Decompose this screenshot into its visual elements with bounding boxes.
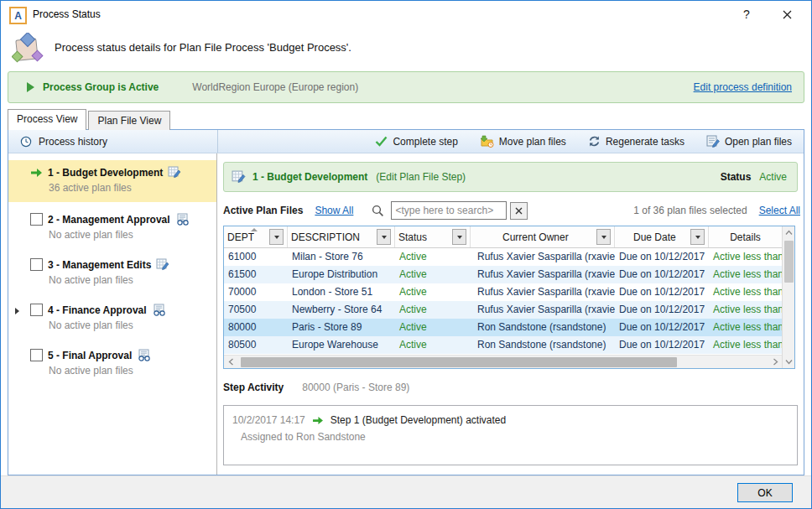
- filter-dropdown-status[interactable]: [452, 229, 466, 245]
- chevron-down-icon: [695, 236, 700, 239]
- close-button[interactable]: [774, 4, 799, 24]
- active-plan-files-label: Active Plan Files: [223, 205, 303, 216]
- cell-due-date: Due on 10/12/2017: [615, 301, 709, 319]
- activity-detail: Assigned to Ron Sandstone: [241, 431, 797, 443]
- cell-due-date: Due on 10/12/2017: [615, 266, 709, 283]
- filter-dropdown-due-date[interactable]: [690, 229, 705, 245]
- table-row[interactable]: 61000 Milan - Store 76 Active Rufus Xavi…: [224, 248, 782, 266]
- column-header-description[interactable]: DESCRIPTION: [288, 226, 395, 247]
- horizontal-scroll-thumb[interactable]: [241, 357, 677, 367]
- move-plan-files-button[interactable]: Move plan files: [480, 135, 566, 148]
- step-title: 4 - Finance Approval: [48, 304, 147, 316]
- select-all-link[interactable]: Select All: [759, 205, 800, 216]
- status-value: Active: [759, 171, 787, 183]
- table-row[interactable]: 80500 Europe Warehouse Active Ron Sandst…: [224, 336, 782, 354]
- expander-icon[interactable]: [15, 308, 19, 314]
- sort-asc-icon: [251, 228, 258, 231]
- open-plan-files-button[interactable]: Open plan files: [706, 135, 792, 148]
- edit-step-icon: [156, 258, 169, 271]
- horizontal-scrollbar[interactable]: [224, 355, 782, 368]
- table-body: 61000 Milan - Store 76 Active Rufus Xavi…: [224, 248, 782, 355]
- chevron-down-icon: [457, 236, 462, 239]
- cell-status: Active: [395, 248, 471, 266]
- complete-step-button[interactable]: Complete step: [375, 135, 457, 148]
- edit-process-definition-link[interactable]: Edit process definition: [694, 81, 792, 93]
- cell-description: Europe Warehouse: [288, 336, 395, 354]
- vertical-scrollbar[interactable]: [782, 226, 794, 368]
- cell-status: Active: [395, 319, 471, 336]
- play-icon: [27, 82, 34, 92]
- step-checkbox[interactable]: [30, 213, 43, 226]
- move-files-icon: [480, 135, 494, 148]
- clock-icon: [20, 136, 32, 148]
- vertical-scroll-thumb[interactable]: [784, 241, 794, 283]
- table-row-selected[interactable]: 80000 Paris - Store 89 Active Ron Sandst…: [224, 319, 782, 336]
- help-button[interactable]: ?: [734, 4, 759, 24]
- column-header-owner[interactable]: Current Owner: [471, 226, 615, 247]
- filter-dropdown-dept[interactable]: [269, 229, 284, 245]
- step-title: 2 - Management Approval: [48, 214, 170, 226]
- close-icon: [783, 10, 792, 19]
- scroll-right-arrow[interactable]: [768, 356, 782, 369]
- step-activity-header: Step Activity 80000 (Paris - Store 89): [223, 382, 409, 393]
- dialog-subtitle: Process status details for Plan File Pro…: [55, 41, 351, 54]
- green-arrow-icon: [312, 416, 324, 425]
- clear-search-button[interactable]: [510, 202, 528, 220]
- step-detail-panel: 1 - Budget Development (Edit Plan File S…: [217, 153, 804, 475]
- cell-due-date: Due on 10/12/2017: [615, 283, 709, 301]
- activity-text: Step 1 (Budget Development) activated: [331, 414, 506, 426]
- cell-description: Paris - Store 89: [288, 319, 395, 336]
- cell-description: London - Store 51: [288, 283, 395, 301]
- step-title: 1 - Budget Development: [48, 167, 163, 179]
- column-header-status[interactable]: Status: [395, 226, 471, 247]
- column-header-dept[interactable]: DEPT: [224, 226, 288, 247]
- step-title: 5 - Final Approval: [48, 350, 132, 361]
- current-step-title: 1 - Budget Development: [252, 171, 367, 183]
- process-history-label: Process history: [39, 136, 107, 148]
- chevron-down-icon: [274, 236, 279, 239]
- cell-dept: 70500: [224, 301, 288, 319]
- step-subtitle: No active plan files: [49, 274, 211, 286]
- search-input[interactable]: [391, 201, 507, 220]
- step-item-3[interactable]: 3 - Management Edits No active plan file…: [8, 252, 216, 293]
- process-history-header: Process history: [8, 130, 218, 153]
- cell-dept: 80000: [224, 319, 288, 336]
- current-step-type: (Edit Plan File Step): [376, 171, 466, 183]
- app-icon: A: [9, 7, 27, 24]
- tab-process-view[interactable]: Process View: [8, 109, 86, 130]
- tab-plan-file-view[interactable]: Plan File View: [88, 111, 170, 130]
- process-steps-panel: 1 - Budget Development 36 active plan fi…: [8, 153, 217, 475]
- cell-description: Europe Distribution: [288, 266, 395, 283]
- chevron-down-icon: [382, 236, 387, 239]
- cell-status: Active: [395, 301, 471, 319]
- step-checkbox[interactable]: [30, 304, 43, 316]
- step-item-5[interactable]: 5 - Final Approval No active plan files: [8, 343, 216, 383]
- step-subtitle: No active plan files: [49, 365, 211, 377]
- filter-dropdown-description[interactable]: [377, 229, 391, 245]
- scroll-down-arrow[interactable]: [783, 356, 795, 368]
- activity-entry: 10/2/2017 14:17 Step 1 (Budget Developme…: [232, 414, 797, 426]
- cell-dept: 70000: [224, 283, 288, 301]
- table-header-row: DEPT DESCRIPTION Status: [224, 226, 782, 248]
- table-row[interactable]: 70000 London - Store 51 Active Rufus Xav…: [224, 283, 782, 301]
- step-checkbox[interactable]: [30, 258, 43, 271]
- cell-owner: Rufus Xavier Sasparilla (rxavier): [471, 248, 615, 266]
- step-item-4[interactable]: 4 - Finance Approval No active plan file…: [8, 298, 216, 338]
- table-row[interactable]: 61500 Europe Distribution Active Rufus X…: [224, 266, 782, 283]
- cell-dept: 61500: [224, 266, 288, 283]
- filter-dropdown-owner[interactable]: [596, 229, 611, 245]
- column-header-details[interactable]: Details: [709, 226, 782, 247]
- scroll-up-arrow[interactable]: [783, 226, 795, 239]
- column-header-due-date[interactable]: Due Date: [615, 226, 709, 247]
- show-all-link[interactable]: Show All: [315, 205, 353, 216]
- ok-button[interactable]: OK: [737, 483, 793, 502]
- step-checkbox[interactable]: [30, 349, 43, 361]
- table-row[interactable]: 70500 Newberry - Store 64 Active Rufus X…: [224, 301, 782, 319]
- green-arrow-icon: [30, 168, 43, 178]
- step-item-1[interactable]: 1 - Budget Development 36 active plan fi…: [8, 160, 216, 202]
- regenerate-tasks-button[interactable]: Regenerate tasks: [588, 135, 684, 148]
- step-item-2[interactable]: 2 - Management Approval No active plan f…: [8, 207, 216, 247]
- cell-owner: Rufus Xavier Sasparilla (rxavier): [471, 283, 615, 301]
- cell-details: Active less than: [709, 301, 782, 319]
- scroll-left-arrow[interactable]: [224, 356, 237, 369]
